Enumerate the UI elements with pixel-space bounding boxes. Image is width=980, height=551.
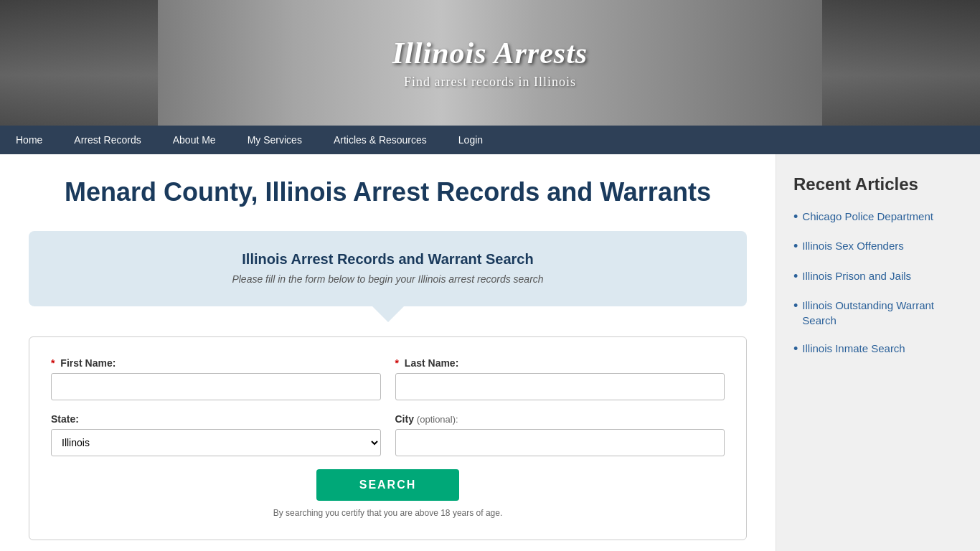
- sidebar-title: Recent Articles: [793, 174, 963, 194]
- first-name-required-star: *: [51, 357, 55, 369]
- state-select[interactable]: Illinois: [51, 429, 381, 456]
- page-title: Menard County, Illinois Arrest Records a…: [29, 176, 747, 209]
- nav-item-about-me[interactable]: About Me: [157, 126, 232, 154]
- nav-link-my-services[interactable]: My Services: [232, 126, 318, 154]
- main-nav: Home Arrest Records About Me My Services…: [0, 126, 980, 154]
- last-name-label: * Last Name:: [395, 357, 725, 369]
- state-label: State:: [51, 413, 381, 425]
- main-content: Menard County, Illinois Arrest Records a…: [0, 154, 776, 551]
- triangle-pointer: [372, 306, 404, 322]
- header-overlay-right: [822, 0, 980, 126]
- last-name-required-star: *: [395, 357, 399, 369]
- sidebar-article-item-1: Illinois Sex Offenders: [793, 238, 963, 255]
- city-input[interactable]: [395, 429, 725, 456]
- nav-item-my-services[interactable]: My Services: [232, 126, 318, 154]
- search-form-wrapper: * First Name: * Last Name:: [29, 336, 747, 540]
- form-group-state: State: Illinois: [51, 413, 381, 456]
- last-name-input[interactable]: [395, 373, 725, 400]
- sidebar-article-link-0[interactable]: Chicago Police Department: [802, 209, 933, 224]
- form-group-last-name: * Last Name:: [395, 357, 725, 400]
- search-button-row: SEARCH: [51, 469, 725, 501]
- nav-link-login[interactable]: Login: [443, 126, 499, 154]
- site-title: Illinois Arrests: [392, 36, 588, 70]
- sidebar-article-list: Chicago Police Department Illinois Sex O…: [793, 209, 963, 358]
- sidebar-article-item-3: Illinois Outstanding Warrant Search: [793, 298, 963, 328]
- nav-item-articles[interactable]: Articles & Resources: [318, 126, 443, 154]
- site-tagline: Find arrest records in Illinois: [392, 75, 588, 90]
- first-name-label: * First Name:: [51, 357, 381, 369]
- search-button[interactable]: SEARCH: [316, 469, 460, 501]
- nav-link-home[interactable]: Home: [0, 126, 58, 154]
- first-name-input[interactable]: [51, 373, 381, 400]
- nav-link-arrest-records[interactable]: Arrest Records: [58, 126, 156, 154]
- nav-link-about-me[interactable]: About Me: [157, 126, 232, 154]
- form-group-first-name: * First Name:: [51, 357, 381, 400]
- search-form: * First Name: * Last Name:: [51, 357, 725, 518]
- first-name-label-text: First Name:: [60, 357, 116, 369]
- sidebar-article-link-4[interactable]: Illinois Inmate Search: [802, 341, 905, 356]
- search-box-title: Illinois Arrest Records and Warrant Sear…: [50, 251, 725, 268]
- header-content: Illinois Arrests Find arrest records in …: [392, 36, 588, 90]
- form-disclaimer: By searching you certify that you are ab…: [51, 508, 725, 518]
- form-group-city: City (optional):: [395, 413, 725, 456]
- search-box-subtitle: Please fill in the form below to begin y…: [50, 273, 725, 285]
- state-label-text: State:: [51, 413, 79, 425]
- header-overlay-left: [0, 0, 158, 126]
- sidebar-article-link-3[interactable]: Illinois Outstanding Warrant Search: [802, 298, 963, 328]
- site-header: Illinois Arrests Find arrest records in …: [0, 0, 980, 126]
- nav-item-home[interactable]: Home: [0, 126, 58, 154]
- form-row-location: State: Illinois City (optional):: [51, 413, 725, 456]
- city-label: City (optional):: [395, 413, 725, 425]
- sidebar-article-item-2: Illinois Prison and Jails: [793, 268, 963, 285]
- sidebar-article-link-1[interactable]: Illinois Sex Offenders: [802, 238, 903, 253]
- nav-item-arrest-records[interactable]: Arrest Records: [58, 126, 156, 154]
- city-label-text: City: [395, 413, 414, 425]
- city-optional-text: (optional):: [417, 414, 458, 425]
- sidebar: Recent Articles Chicago Police Departmen…: [776, 154, 980, 551]
- sidebar-article-link-2[interactable]: Illinois Prison and Jails: [802, 268, 911, 283]
- sidebar-article-item-4: Illinois Inmate Search: [793, 341, 963, 357]
- sidebar-article-item-0: Chicago Police Department: [793, 209, 963, 225]
- nav-link-articles[interactable]: Articles & Resources: [318, 126, 443, 154]
- page-wrapper: Menard County, Illinois Arrest Records a…: [0, 154, 980, 551]
- nav-item-login[interactable]: Login: [443, 126, 499, 154]
- form-row-names: * First Name: * Last Name:: [51, 357, 725, 400]
- search-box-header: Illinois Arrest Records and Warrant Sear…: [29, 231, 747, 306]
- last-name-label-text: Last Name:: [405, 357, 458, 369]
